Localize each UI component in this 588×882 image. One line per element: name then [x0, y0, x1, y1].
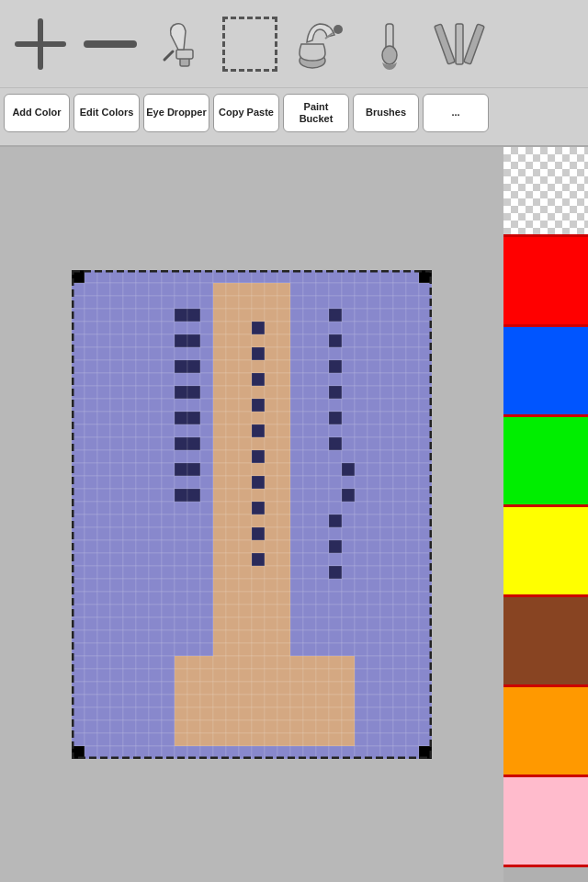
- add-color-label[interactable]: Add Color: [4, 94, 70, 132]
- eye-dropper-label[interactable]: Eye Dropper: [143, 94, 209, 132]
- palette-red[interactable]: [503, 237, 588, 327]
- palette-pink[interactable]: [503, 777, 588, 867]
- more-label[interactable]: ...: [423, 94, 489, 132]
- paint-bucket-button[interactable]: [287, 9, 353, 78]
- toolbar: Add Color Edit Colors Eye Dropper Copy P…: [0, 0, 588, 147]
- color-brown: [503, 597, 588, 684]
- add-color-button[interactable]: [7, 9, 74, 78]
- color-yellow: [503, 507, 588, 594]
- brushes-label[interactable]: Brushes: [353, 94, 419, 132]
- color-pink: [503, 777, 588, 865]
- svg-rect-12: [456, 24, 463, 64]
- copy-paste-button[interactable]: [217, 9, 283, 78]
- edit-colors-button[interactable]: [77, 9, 143, 78]
- palette-transparent[interactable]: [503, 147, 588, 237]
- palette-green[interactable]: [503, 417, 588, 507]
- color-blue: [503, 327, 588, 414]
- paint-bucket-label[interactable]: Paint Bucket: [283, 94, 349, 132]
- brushes-button[interactable]: [356, 9, 423, 78]
- palette-orange[interactable]: [503, 687, 588, 777]
- svg-rect-13: [464, 23, 485, 63]
- color-green: [503, 417, 588, 504]
- palette-sidebar: [503, 147, 588, 882]
- color-red: [503, 237, 588, 324]
- svg-point-10: [382, 46, 397, 64]
- palette-yellow[interactable]: [503, 507, 588, 597]
- color-orange: [503, 687, 588, 775]
- palette-brown[interactable]: [503, 597, 588, 687]
- svg-point-7: [334, 25, 343, 34]
- copy-paste-icon: [222, 17, 277, 72]
- pixel-canvas[interactable]: [72, 270, 432, 759]
- drawing-canvas[interactable]: [72, 270, 432, 759]
- label-row: Add Color Edit Colors Eye Dropper Copy P…: [0, 87, 588, 138]
- palette-blue[interactable]: [503, 327, 588, 417]
- more-button[interactable]: [426, 9, 492, 78]
- edit-colors-label[interactable]: Edit Colors: [74, 94, 140, 132]
- canvas-area[interactable]: [0, 147, 503, 882]
- copy-paste-label[interactable]: Copy Paste: [213, 94, 279, 132]
- color-transparent: [503, 147, 588, 234]
- icon-row: [0, 0, 588, 87]
- svg-rect-4: [176, 50, 193, 59]
- svg-line-5: [164, 51, 173, 60]
- svg-rect-11: [435, 23, 456, 63]
- eye-dropper-button[interactable]: [147, 9, 213, 78]
